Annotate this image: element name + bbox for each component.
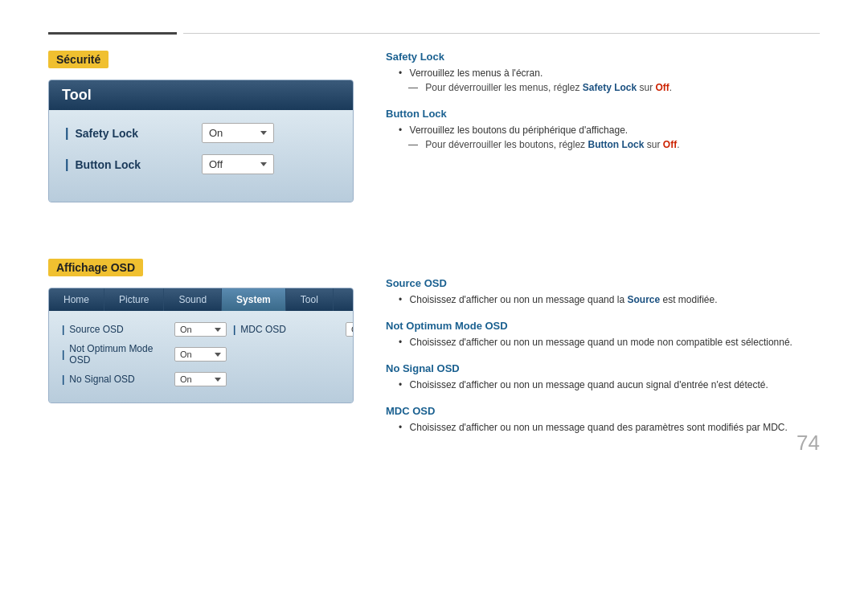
- button-lock-sub-bold: Button Lock: [588, 139, 644, 150]
- safety-lock-desc: Safety Lock Verrouillez les menus à l'éc…: [386, 51, 820, 93]
- dropdown-arrow-icon: [260, 131, 267, 135]
- osd-row-no-signal: No Signal OSD On: [62, 369, 227, 390]
- not-optimum-desc: Not Optimum Mode OSD Choisissez d'affich…: [386, 320, 820, 348]
- tab-tool[interactable]: Tool: [286, 288, 334, 311]
- button-lock-sub: Pour déverrouiller les boutons, réglez B…: [408, 139, 820, 150]
- button-lock-bullet: Verrouillez les boutons du périphérique …: [399, 125, 820, 136]
- tool-row-safety-lock: Safety Lock On: [65, 123, 337, 143]
- security-badge: Sécurité: [48, 51, 108, 68]
- osd-row-source: Source OSD On: [62, 319, 227, 340]
- source-osd-bullet: Choisissez d'afficher ou non un message …: [399, 294, 820, 305]
- osd-badge: Affichage OSD: [48, 259, 143, 276]
- no-signal-select[interactable]: On: [174, 372, 227, 386]
- tab-picture[interactable]: Picture: [104, 288, 164, 311]
- no-signal-desc-title: No Signal OSD: [386, 362, 820, 374]
- safety-lock-sub-red: Off: [656, 82, 669, 93]
- safety-lock-label: Safety Lock: [65, 126, 202, 141]
- not-optimum-bullet: Choisissez d'afficher ou non un message …: [399, 337, 820, 348]
- top-lines: [48, 32, 820, 35]
- source-osd-label: Source OSD: [62, 324, 174, 335]
- no-signal-label: No Signal OSD: [62, 374, 174, 385]
- source-osd-select[interactable]: On: [174, 322, 227, 337]
- osd-tabs: Home Picture Sound System Tool: [49, 288, 353, 311]
- mdc-osd-label: MDC OSD: [233, 324, 346, 335]
- button-lock-desc: Button Lock Verrouillez les boutons du p…: [386, 108, 820, 150]
- not-optimum-label: Not Optimum Mode OSD: [62, 343, 174, 366]
- dropdown-arrow-icon: [215, 328, 221, 332]
- top-line-dark: [48, 32, 177, 35]
- top-line-light: [183, 33, 820, 34]
- tool-row-button-lock: Button Lock Off: [65, 154, 337, 174]
- button-lock-desc-title: Button Lock: [386, 108, 820, 120]
- tab-home[interactable]: Home: [49, 288, 104, 311]
- main-layout: Sécurité Tool Safety Lock On: [48, 51, 820, 447]
- tab-sound[interactable]: Sound: [164, 288, 222, 311]
- section-spacer: [48, 219, 354, 259]
- right-column: Safety Lock Verrouillez les menus à l'éc…: [386, 51, 820, 447]
- osd-row-mdc: MDC OSD On: [233, 319, 354, 340]
- button-lock-sub-red: Off: [663, 139, 677, 150]
- safety-lock-bullet: Verrouillez les menus à l'écran.: [399, 67, 820, 79]
- mdc-osd-desc: MDC OSD Choisissez d'afficher ou non un …: [386, 405, 820, 433]
- dropdown-arrow-icon: [260, 162, 267, 166]
- dropdown-arrow-icon: [215, 353, 221, 357]
- tool-box: Tool Safety Lock On: [48, 80, 354, 202]
- mid-spacer: [386, 165, 820, 277]
- mdc-osd-select[interactable]: On: [346, 322, 354, 337]
- source-osd-desc: Source OSD Choisissez d'afficher ou non …: [386, 277, 820, 305]
- source-osd-desc-title: Source OSD: [386, 277, 820, 289]
- mdc-osd-bullet: Choisissez d'afficher ou non un message …: [399, 422, 820, 433]
- osd-left-rows: Source OSD On Not Optimum Mode OSD: [62, 319, 227, 390]
- safety-lock-sub-bold: Safety Lock: [583, 82, 637, 93]
- osd-box: Home Picture Sound System Tool: [48, 288, 354, 403]
- left-column: Sécurité Tool Safety Lock On: [48, 51, 354, 447]
- page-number: 74: [796, 431, 820, 456]
- osd-grid: Source OSD On Not Optimum Mode OSD: [62, 319, 340, 390]
- not-optimum-desc-title: Not Optimum Mode OSD: [386, 320, 820, 332]
- no-signal-bullet: Choisissez d'afficher ou non un message …: [399, 379, 820, 390]
- tab-system[interactable]: System: [222, 288, 286, 311]
- mdc-osd-desc-title: MDC OSD: [386, 405, 820, 417]
- source-bold: Source: [627, 294, 660, 305]
- safety-lock-select[interactable]: On: [202, 123, 274, 143]
- osd-row-not-optimum: Not Optimum Mode OSD On: [62, 340, 227, 369]
- no-signal-desc: No Signal OSD Choisissez d'afficher ou n…: [386, 362, 820, 390]
- dropdown-arrow-icon: [215, 378, 221, 382]
- safety-lock-desc-title: Safety Lock: [386, 51, 820, 63]
- tool-header: Tool: [49, 80, 353, 110]
- osd-right-rows: MDC OSD On: [233, 319, 354, 390]
- button-lock-label: Button Lock: [65, 157, 202, 172]
- button-lock-select[interactable]: Off: [202, 154, 274, 174]
- tool-body: Safety Lock On Button Lock Off: [49, 110, 353, 202]
- safety-lock-sub: Pour déverrouiller les menus, réglez Saf…: [408, 82, 820, 93]
- not-optimum-select[interactable]: On: [174, 347, 227, 362]
- osd-body: Source OSD On Not Optimum Mode OSD: [49, 311, 353, 403]
